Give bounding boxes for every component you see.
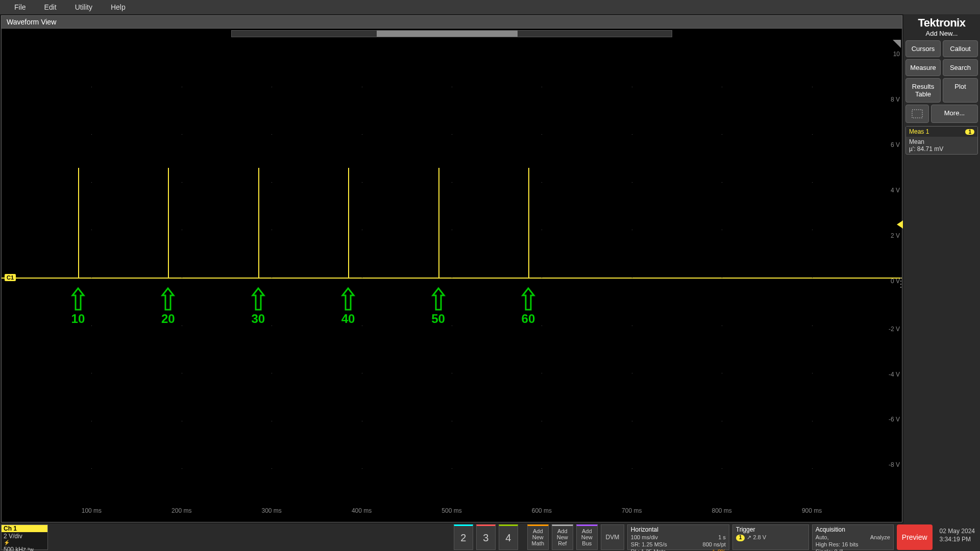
- brand-logo: Tektronix: [905, 16, 978, 30]
- x-axis-label: 300 ms: [262, 507, 282, 514]
- add-bus-button[interactable]: AddNewBus: [576, 524, 598, 550]
- horizontal-info[interactable]: Horizontal 100 ms/div1 s SR: 1.25 MS/s80…: [627, 524, 729, 550]
- x-axis-label: 700 ms: [622, 507, 642, 514]
- channel-1-marker[interactable]: C1: [5, 274, 16, 281]
- x-axis-label: 100 ms: [82, 507, 102, 514]
- annotation-label: 50: [431, 312, 446, 326]
- arrow-up-icon: [160, 287, 176, 312]
- waveform-pulse: [78, 168, 79, 278]
- channel-1-bandwidth: 500 kHz: [4, 546, 26, 551]
- meas-stat-label: Mean: [909, 138, 974, 145]
- channel-1-info[interactable]: Ch 1 2 V/div ⚡ 500 kHz ᴮw: [1, 524, 48, 550]
- arrow-up-icon: [431, 287, 446, 312]
- panel-drag-handle[interactable]: [900, 278, 902, 288]
- right-panel: Tektronix Add New... Cursors Callout Mea…: [903, 14, 980, 523]
- y-axis-label: 10: [893, 51, 900, 58]
- waveform-pulse: [528, 168, 529, 278]
- waveform-panel: Waveform View C1 108 V6 V4 V2 V0 V-2 V-4…: [1, 15, 902, 522]
- meas-channel-pill: 1: [965, 129, 974, 135]
- results-table-button[interactable]: Results Table: [905, 78, 941, 103]
- arrow-up-icon: [251, 287, 266, 312]
- channel-2-button[interactable]: 2: [454, 524, 473, 550]
- draw-box-icon: [912, 109, 923, 118]
- x-axis-label: 600 ms: [532, 507, 552, 514]
- channel-1-name: Ch 1: [2, 525, 47, 532]
- y-axis-label: 8 V: [891, 96, 900, 103]
- channel-4-button[interactable]: 4: [499, 524, 518, 550]
- measurement-badge[interactable]: Meas 1 1 Mean µ': 84.71 mV: [905, 126, 978, 155]
- y-axis-label: 2 V: [891, 232, 900, 239]
- annotation-arrow: 50: [431, 287, 446, 326]
- annotation-label: 10: [70, 312, 86, 326]
- waveform-pulse: [348, 168, 349, 278]
- time: 3:34:19 PM: [940, 536, 975, 544]
- timebase-scrollbar[interactable]: [231, 30, 672, 37]
- y-axis-label: -6 V: [889, 416, 900, 423]
- y-axis-label: -4 V: [889, 371, 900, 378]
- timebase-scroll-thumb[interactable]: [377, 31, 518, 37]
- trigger-info[interactable]: Trigger 1↗ 2.8 V: [732, 524, 809, 550]
- waveform-view-title: Waveform View: [2, 16, 902, 29]
- arrow-up-icon: [521, 287, 536, 312]
- annotation-label: 40: [340, 312, 356, 326]
- y-axis-label: 4 V: [891, 187, 900, 194]
- y-axis-label: 0 V: [891, 278, 900, 285]
- annotation-label: 20: [160, 312, 176, 326]
- channel-1-scale: 2 V/div: [4, 533, 45, 540]
- meas-title: Meas 1: [909, 128, 929, 135]
- annotation-label: 60: [521, 312, 536, 326]
- date: 02 May 2024: [940, 528, 975, 536]
- measure-button[interactable]: Measure: [905, 59, 941, 76]
- draw-box-button[interactable]: [905, 105, 929, 123]
- acquisition-info[interactable]: Acquisition Auto,Analyze High Res: 16 bi…: [812, 524, 894, 550]
- annotation-arrow: 60: [521, 287, 536, 326]
- more-button[interactable]: More...: [931, 105, 978, 123]
- menu-utility[interactable]: Utility: [66, 3, 102, 11]
- menu-file[interactable]: File: [5, 3, 35, 11]
- meas-value: µ': 84.71 mV: [909, 145, 974, 153]
- y-axis-label: -2 V: [889, 325, 900, 333]
- annotation-arrow: 10: [70, 287, 86, 326]
- cursors-button[interactable]: Cursors: [905, 40, 941, 57]
- arrow-up-icon: [340, 287, 356, 312]
- add-new-label: Add New...: [905, 30, 978, 37]
- y-axis-label: 6 V: [891, 141, 900, 148]
- add-ref-button[interactable]: AddNewRef: [552, 524, 573, 550]
- x-axis-label: 200 ms: [172, 507, 191, 514]
- waveform-pulse: [168, 168, 169, 278]
- menubar: File Edit Utility Help: [0, 0, 980, 14]
- annotation-arrow: 40: [340, 287, 356, 326]
- dvm-button[interactable]: DVM: [601, 524, 624, 550]
- plot-area[interactable]: C1 108 V6 V4 V2 V0 V-2 V-4 V-6 V-8 V100 …: [2, 39, 902, 516]
- bottom-bar: Ch 1 2 V/div ⚡ 500 kHz ᴮw 2 3 4 AddNewMa…: [0, 523, 980, 551]
- x-axis-label: 500 ms: [442, 507, 461, 514]
- menu-help[interactable]: Help: [102, 3, 135, 11]
- waveform-pulse: [438, 168, 439, 278]
- annotation-arrow: 30: [251, 287, 266, 326]
- trigger-level-marker[interactable]: [897, 220, 903, 229]
- add-math-button[interactable]: AddNewMath: [527, 524, 549, 550]
- menu-edit[interactable]: Edit: [35, 3, 66, 11]
- annotation-label: 30: [251, 312, 266, 326]
- x-axis-label: 400 ms: [352, 507, 372, 514]
- search-button[interactable]: Search: [943, 59, 978, 76]
- waveform-pulse: [258, 168, 259, 278]
- x-axis-label: 800 ms: [712, 507, 732, 514]
- plot-button[interactable]: Plot: [943, 78, 978, 103]
- y-axis-label: -8 V: [889, 461, 900, 468]
- callout-button[interactable]: Callout: [943, 40, 978, 57]
- annotation-arrow: 20: [160, 287, 176, 326]
- svg-rect-0: [912, 110, 922, 118]
- arrow-up-icon: [70, 287, 86, 312]
- expand-icon[interactable]: [893, 40, 901, 48]
- x-axis-label: 900 ms: [802, 507, 822, 514]
- datetime: 02 May 2024 3:34:19 PM: [936, 524, 979, 550]
- preview-button[interactable]: Preview: [897, 524, 933, 550]
- channel-3-button[interactable]: 3: [476, 524, 496, 550]
